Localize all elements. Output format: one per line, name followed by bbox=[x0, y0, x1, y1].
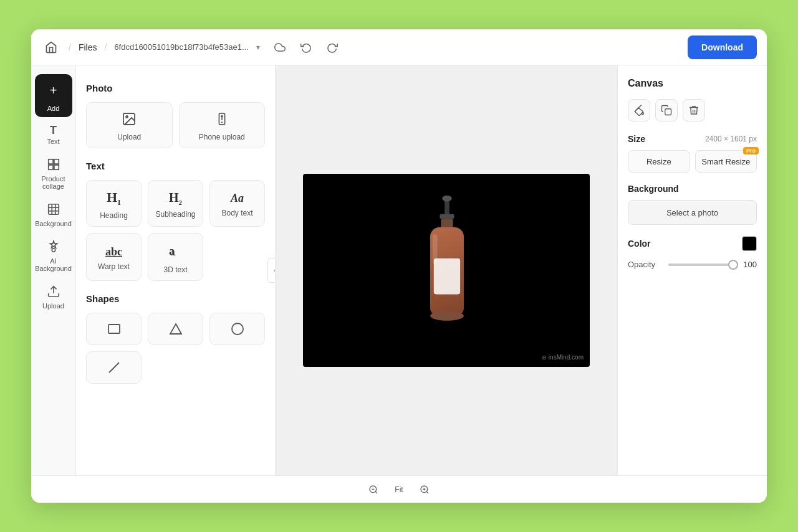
canvas-panel-title: Canvas bbox=[628, 78, 757, 89]
svg-point-20 bbox=[232, 323, 243, 335]
3d-text-card[interactable]: a a 3D text bbox=[148, 233, 203, 281]
svg-line-21 bbox=[109, 363, 119, 373]
sidebar-item-background[interactable]: Background bbox=[35, 197, 72, 232]
circle-shape-card[interactable] bbox=[209, 313, 265, 345]
body-text-label: Body text bbox=[221, 209, 252, 217]
rectangle-shape-card[interactable] bbox=[86, 313, 142, 345]
resize-buttons: Resize Smart Resize Pro bbox=[628, 150, 757, 173]
redo-button[interactable] bbox=[322, 37, 342, 57]
sidebar: + Add T Text Product collage bbox=[31, 65, 76, 475]
shapes-grid bbox=[86, 313, 265, 384]
cloud-save-button[interactable] bbox=[270, 37, 290, 57]
svg-point-29 bbox=[430, 311, 464, 320]
canvas[interactable]: ⊛ insMind.com bbox=[303, 174, 590, 367]
text-grid: H1 Heading H2 Subheading Aa Body text ab… bbox=[86, 180, 265, 281]
phone-upload-card[interactable]: Phone upload bbox=[179, 102, 266, 148]
duplicate-button[interactable] bbox=[655, 99, 678, 121]
size-value: 2400 × 1601 px bbox=[705, 135, 757, 143]
size-label: Size bbox=[628, 134, 645, 144]
svg-rect-3 bbox=[54, 165, 58, 169]
heading-card[interactable]: H1 Heading bbox=[86, 180, 142, 227]
svg-point-12 bbox=[126, 116, 128, 118]
warp-text-card[interactable]: abc Warp text bbox=[86, 233, 142, 281]
svg-rect-1 bbox=[54, 159, 58, 164]
pro-badge: Pro bbox=[743, 147, 759, 154]
zoom-percent[interactable]: Fit bbox=[392, 481, 405, 498]
upload-icon bbox=[47, 285, 60, 300]
color-swatch[interactable] bbox=[742, 236, 757, 251]
svg-point-24 bbox=[442, 196, 451, 202]
canvas-area: ⊛ insMind.com bbox=[276, 65, 617, 475]
heading-icon: H1 bbox=[107, 189, 121, 207]
svg-rect-28 bbox=[434, 259, 460, 295]
sidebar-item-ai-background[interactable]: AI Background bbox=[35, 235, 72, 277]
subheading-icon: H2 bbox=[169, 191, 182, 206]
circle-icon bbox=[231, 322, 244, 338]
svg-point-9 bbox=[52, 249, 55, 252]
sidebar-item-product-collage[interactable]: Product collage bbox=[35, 153, 72, 195]
smart-resize-button[interactable]: Smart Resize Pro bbox=[695, 150, 757, 173]
opacity-row: Opacity 100 bbox=[628, 260, 757, 269]
triangle-shape-card[interactable] bbox=[148, 313, 203, 345]
panel-collapse-button[interactable]: ‹ bbox=[267, 258, 276, 283]
svg-rect-4 bbox=[48, 204, 59, 215]
topbar-actions bbox=[270, 37, 342, 57]
home-button[interactable] bbox=[41, 37, 61, 57]
svg-rect-18 bbox=[108, 325, 120, 333]
select-photo-button[interactable]: Select a photo bbox=[628, 200, 757, 225]
subheading-label: Subheading bbox=[155, 210, 195, 219]
body-text-icon: Aa bbox=[231, 192, 244, 205]
background-label: Background bbox=[35, 220, 72, 227]
phone-upload-card-label: Phone upload bbox=[199, 133, 245, 141]
line-icon bbox=[107, 361, 121, 377]
bottom-bar: Fit bbox=[31, 475, 767, 503]
filename-display: 6fdcd160051019bc18f73b4fe53ae1... bbox=[114, 42, 248, 52]
paint-bucket-button[interactable] bbox=[628, 99, 650, 121]
phone-upload-icon bbox=[215, 112, 229, 129]
ai-background-icon bbox=[47, 240, 60, 255]
text-section-title: Text bbox=[86, 161, 265, 171]
svg-rect-32 bbox=[665, 109, 671, 115]
product-collage-icon bbox=[47, 158, 60, 173]
add-icon: + bbox=[42, 79, 65, 102]
upload-label: Upload bbox=[42, 302, 64, 310]
product-collage-label: Product collage bbox=[37, 175, 70, 190]
files-link[interactable]: Files bbox=[79, 42, 97, 52]
opacity-slider[interactable] bbox=[668, 264, 733, 266]
triangle-icon bbox=[169, 323, 183, 338]
resize-button[interactable]: Resize bbox=[628, 150, 690, 173]
svg-rect-2 bbox=[48, 165, 52, 169]
background-icon bbox=[47, 202, 60, 218]
sidebar-item-add[interactable]: + Add bbox=[35, 74, 72, 117]
sidebar-item-upload[interactable]: Upload bbox=[35, 280, 72, 315]
color-label: Color bbox=[628, 239, 651, 249]
upload-card-label: Upload bbox=[117, 133, 141, 141]
svg-rect-30 bbox=[433, 234, 438, 264]
opacity-value: 100 bbox=[739, 260, 757, 269]
body-text-card[interactable]: Aa Body text bbox=[209, 180, 265, 227]
svg-point-31 bbox=[642, 113, 644, 115]
warp-text-label: Warp text bbox=[98, 262, 130, 271]
size-section: Size 2400 × 1601 px Resize Smart Resize … bbox=[628, 134, 757, 173]
ai-background-label: AI Background bbox=[35, 257, 72, 272]
opacity-label: Opacity bbox=[628, 260, 662, 269]
topbar: / Files / 6fdcd160051019bc18f73b4fe53ae1… bbox=[31, 29, 767, 65]
subheading-card[interactable]: H2 Subheading bbox=[148, 180, 203, 227]
heading-label: Heading bbox=[100, 211, 128, 220]
upload-card[interactable]: Upload bbox=[86, 102, 173, 148]
svg-rect-0 bbox=[48, 159, 52, 164]
svg-text:a: a bbox=[169, 245, 175, 257]
download-button[interactable]: Download bbox=[688, 36, 757, 59]
filename-chevron[interactable]: ▾ bbox=[256, 43, 260, 52]
text-icon: T bbox=[50, 125, 57, 136]
canvas-actions bbox=[628, 99, 757, 121]
line-shape-card[interactable] bbox=[86, 351, 142, 384]
zoom-in-button[interactable] bbox=[416, 481, 433, 498]
photo-grid: Upload Phone upload bbox=[86, 102, 265, 148]
delete-button[interactable] bbox=[683, 99, 705, 121]
sidebar-item-text[interactable]: T Text bbox=[35, 120, 72, 150]
undo-button[interactable] bbox=[296, 37, 316, 57]
shapes-section-title: Shapes bbox=[86, 293, 265, 304]
zoom-out-button[interactable] bbox=[365, 481, 382, 498]
upload-card-icon bbox=[122, 112, 137, 129]
